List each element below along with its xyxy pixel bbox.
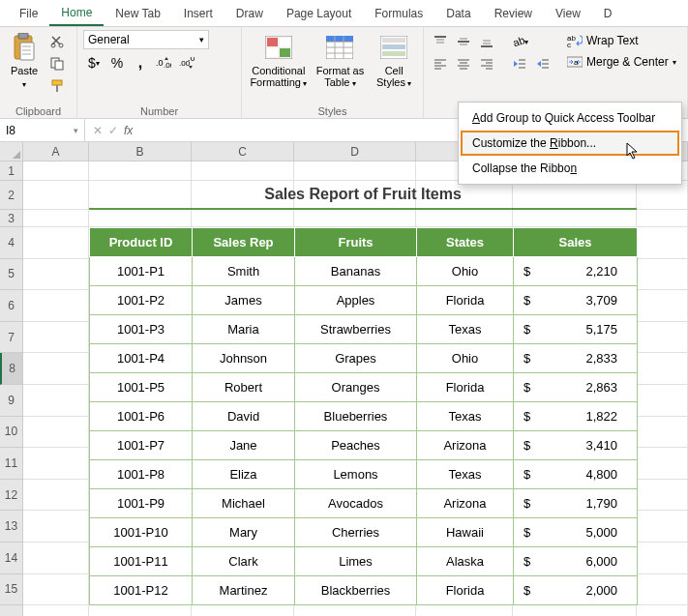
orientation-button[interactable]: ab▾ <box>509 32 530 51</box>
merge-center-button[interactable]: a Merge & Center ▾ <box>563 53 680 71</box>
cell[interactable] <box>192 210 294 227</box>
tab-view[interactable]: View <box>544 0 592 26</box>
table-cell[interactable]: Texas <box>417 315 514 344</box>
table-cell[interactable]: Martinez <box>193 576 295 605</box>
cell[interactable] <box>23 448 89 480</box>
table-cell[interactable]: Oranges <box>295 373 417 402</box>
align-right-button[interactable] <box>476 54 497 73</box>
table-cell[interactable]: Cherries <box>295 518 417 547</box>
cell[interactable] <box>294 605 416 616</box>
cell[interactable] <box>294 210 416 227</box>
table-cell[interactable]: 1001-P11 <box>90 547 193 576</box>
table-cell[interactable]: Maria <box>193 315 295 344</box>
table-cell[interactable]: Blackberries <box>295 576 417 605</box>
table-cell[interactable]: Grapes <box>295 344 417 373</box>
table-cell[interactable]: 1001-P7 <box>90 431 193 460</box>
row-header-11[interactable]: 11 <box>0 448 23 480</box>
table-cell[interactable]: 1001-P9 <box>90 489 193 518</box>
cell[interactable] <box>294 161 416 181</box>
row-header-8[interactable]: 8 <box>0 353 23 385</box>
align-center-button[interactable] <box>453 54 474 73</box>
cell[interactable] <box>23 210 89 227</box>
cut-button[interactable] <box>46 32 68 51</box>
currency-button[interactable]: $▾ <box>83 53 105 73</box>
table-cell[interactable]: Strawberries <box>295 315 417 344</box>
table-cell[interactable]: $2,833 <box>514 344 638 373</box>
grid-area[interactable]: Sales Report of Fruit ItemsProduct IDSal… <box>23 161 688 616</box>
table-cell[interactable]: Texas <box>417 402 514 431</box>
table-cell[interactable]: $3,410 <box>514 431 638 460</box>
increase-decimal-button[interactable]: .0.00 <box>153 53 174 73</box>
row-header-6[interactable]: 6 <box>0 290 23 322</box>
table-cell[interactable]: Peaches <box>295 431 417 460</box>
table-cell[interactable]: Florida <box>417 286 514 315</box>
table-cell[interactable]: $2,210 <box>514 257 638 286</box>
menu-collapse-ribbon[interactable]: Collapse the Ribbon <box>461 156 679 181</box>
cell[interactable] <box>416 605 513 616</box>
tab-insert[interactable]: Insert <box>172 0 224 26</box>
table-header[interactable]: States <box>417 228 514 257</box>
table-header[interactable]: Product ID <box>90 228 193 257</box>
table-cell[interactable]: Eliza <box>193 460 295 489</box>
table-cell[interactable]: $5,000 <box>514 518 638 547</box>
increase-indent-button[interactable] <box>532 54 553 73</box>
col-header-C[interactable]: C <box>192 142 294 161</box>
tab-home[interactable]: Home <box>49 0 104 26</box>
table-cell[interactable]: 1001-P8 <box>90 460 193 489</box>
row-header-15[interactable]: 15 <box>0 574 23 606</box>
tab-page-layout[interactable]: Page Layout <box>275 0 363 26</box>
table-cell[interactable]: Arizona <box>417 431 514 460</box>
table-cell[interactable]: Apples <box>295 286 417 315</box>
table-cell[interactable]: Alaska <box>417 547 514 576</box>
row-header-12[interactable]: 12 <box>0 480 23 512</box>
table-header[interactable]: Sales <box>514 228 638 257</box>
table-cell[interactable]: 1001-P12 <box>90 576 193 605</box>
table-cell[interactable]: $1,790 <box>514 489 638 518</box>
enter-formula-icon[interactable]: ✓ <box>108 124 118 137</box>
tab-file[interactable]: File <box>8 0 49 26</box>
menu-add-to-qat[interactable]: Add Group to Quick Access Toolbar <box>461 105 679 131</box>
cell[interactable] <box>192 605 294 616</box>
row-header-14[interactable]: 14 <box>0 543 23 574</box>
select-all-corner[interactable] <box>0 142 23 161</box>
row-header-13[interactable]: 13 <box>0 511 23 543</box>
table-cell[interactable]: Limes <box>295 547 417 576</box>
table-cell[interactable]: $3,709 <box>514 286 638 315</box>
tab-data[interactable]: Data <box>434 0 482 26</box>
cell[interactable] <box>23 290 89 322</box>
cell[interactable] <box>23 322 89 354</box>
col-header-A[interactable]: A <box>23 142 89 161</box>
table-cell[interactable]: Jane <box>193 431 295 460</box>
tab-review[interactable]: Review <box>483 0 544 26</box>
table-cell[interactable]: Arizona <box>417 489 514 518</box>
cell[interactable] <box>513 210 637 227</box>
row-header-4[interactable]: 4 <box>0 227 23 259</box>
table-header[interactable]: Fruits <box>295 228 417 257</box>
align-top-button[interactable] <box>430 32 451 51</box>
row-header-1[interactable]: 1 <box>0 161 23 181</box>
row-header-7[interactable]: 7 <box>0 322 23 354</box>
cell[interactable] <box>23 227 89 259</box>
table-cell[interactable]: James <box>193 286 295 315</box>
percent-button[interactable]: % <box>106 53 128 73</box>
cell[interactable] <box>23 385 89 417</box>
table-cell[interactable]: Mary <box>193 518 295 547</box>
copy-button[interactable] <box>46 54 68 73</box>
table-cell[interactable]: Johnson <box>193 344 295 373</box>
table-cell[interactable]: $6,000 <box>514 547 638 576</box>
tab-formulas[interactable]: Formulas <box>363 0 434 26</box>
table-cell[interactable]: Hawaii <box>417 518 514 547</box>
fx-icon[interactable]: fx <box>124 124 133 137</box>
cell[interactable] <box>513 605 637 616</box>
table-cell[interactable]: 1001-P3 <box>90 315 193 344</box>
cancel-formula-icon[interactable]: ✕ <box>93 124 103 137</box>
tab-draw[interactable]: Draw <box>224 0 275 26</box>
col-header-B[interactable]: B <box>89 142 192 161</box>
cell[interactable] <box>89 605 192 616</box>
row-header-2[interactable]: 2 <box>0 181 23 210</box>
cell[interactable] <box>23 605 89 616</box>
table-cell[interactable]: Smith <box>193 257 295 286</box>
cell[interactable] <box>89 161 192 181</box>
table-cell[interactable]: David <box>193 402 295 431</box>
decrease-indent-button[interactable] <box>509 54 530 73</box>
